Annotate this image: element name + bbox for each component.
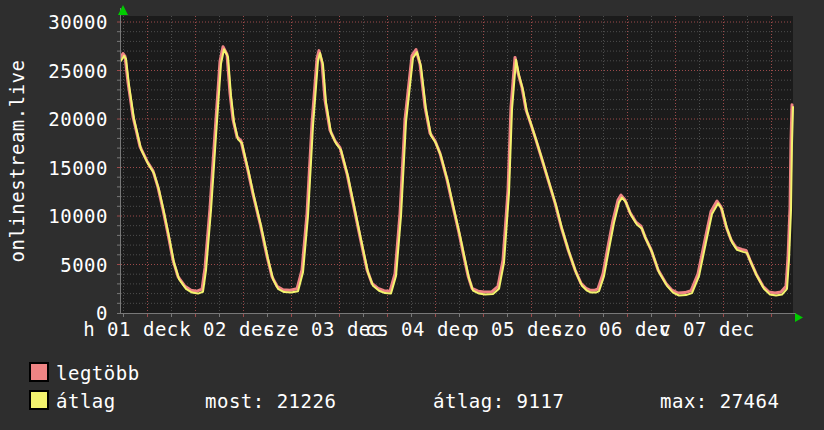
x-axis-label-thu: cs 04 dec [365,317,472,341]
x-axis-label-tue: k 02 dec [179,317,275,341]
y-axis-label-20000: 20000 [0,107,108,131]
x-axis-label-mon: h 01 dec [83,317,179,341]
stat-atlag-label: átlag: [433,390,505,412]
x-axis-label-sat: szo 06 dec [551,317,670,341]
stat-max: max: 27464 [660,389,779,413]
stat-atlag-value: 9117 [517,390,565,412]
x-axis-label-fri: p 05 dec [467,317,563,341]
legend-swatch-legtobb [29,362,49,382]
y-axis-label-15000: 15000 [0,156,108,180]
stat-most-value: 21226 [277,390,337,412]
legend-label-legtobb: legtöbb [56,361,140,385]
stat-max-value: 27464 [720,390,780,412]
legend-swatch-atlag [29,390,49,410]
stat-most-label: most: [205,390,265,412]
stat-atlag: átlag: 9117 [433,389,564,413]
stat-most: most: 21226 [205,389,336,413]
y-axis-label-5000: 5000 [0,253,108,277]
stat-max-label: max: [660,390,708,412]
legend-label-atlag: átlag [56,389,116,413]
y-axis-label-30000: 30000 [0,10,108,34]
y-axis-label-10000: 10000 [0,204,108,228]
y-axis-label-25000: 25000 [0,59,108,83]
x-axis-label-sun: v 07 dec [659,317,755,341]
